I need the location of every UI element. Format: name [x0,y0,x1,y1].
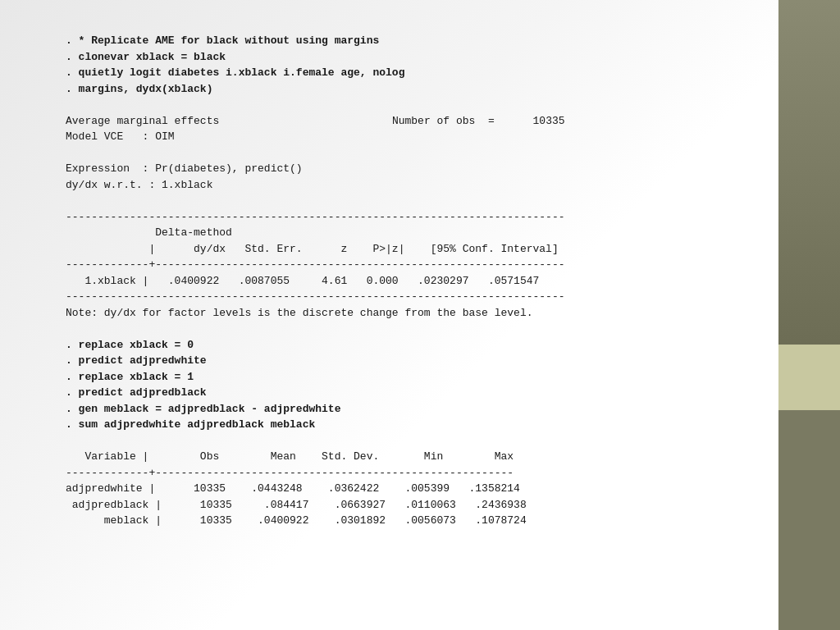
command-2: . clonevar xblack = black [66,51,226,63]
table-row-1: adjpredwhite | 10335 .0443248 .0362422 .… [66,482,520,495]
separator2: -------------+--------------------------… [66,258,565,271]
col-header-delta: Delta-method [66,226,232,239]
command2-1: . replace xblack = 0 [66,339,194,351]
command2-6: . sum adjpredwhite adjpredblack meblack [66,418,315,431]
avg-marginal-line: Average marginal effects Number of obs =… [66,115,565,127]
table-row-2: adjpredblack | 10335 .084417 .0663927 .0… [66,499,527,511]
separator1: ----------------------------------------… [66,211,565,223]
command-1: . * Replicate AME for black without usin… [66,34,379,47]
col-header-labels: | dy/dx Std. Err. z P>|z| [95% Conf. Int… [66,243,559,255]
row-xblack: 1.xblack | .0400922 .0087055 4.61 0.000 … [66,275,539,287]
separator3: ----------------------------------------… [66,290,565,303]
table-header: Variable | Obs Mean Std. Dev. Min Max [66,450,514,463]
sidebar-top [778,0,840,345]
model-vce-line: Model VCE : OIM [66,130,175,143]
command2-5: . gen meblack = adjpredblack - adjpredwh… [66,403,340,415]
right-sidebar [778,0,840,630]
command2-2: . predict adjpredwhite [66,354,207,367]
sidebar-middle [778,345,840,410]
table-sep: -------------+--------------------------… [66,467,514,479]
note-line: Note: dy/dx for factor levels is the dis… [66,307,533,319]
sidebar-bottom [778,410,840,630]
command2-4: . predict adjpredblack [66,386,207,399]
command-4: . margins, dydx(xblack) [66,83,212,95]
dydx-line: dy/dx w.r.t. : 1.xblack [66,179,212,191]
main-content: . * Replicate AME for black without usin… [0,0,778,630]
expression-line: Expression : Pr(diabetes), predict() [66,162,303,175]
table-row-3: meblack | 10335 .0400922 .0301892 .00560… [66,514,527,527]
command-3: . quietly logit diabetes i.xblack i.fema… [66,66,404,79]
command2-3: . replace xblack = 1 [66,371,194,383]
